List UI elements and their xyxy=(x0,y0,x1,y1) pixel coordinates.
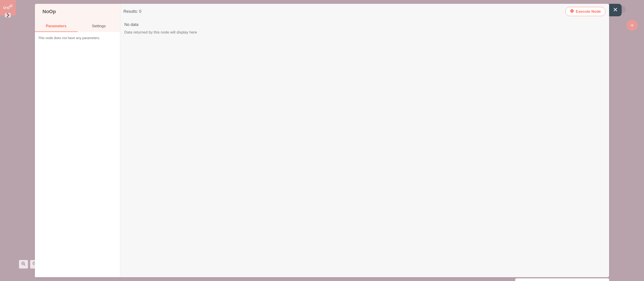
data-hint-text: Data returned by this node will display … xyxy=(124,30,605,35)
node-title: NoOp xyxy=(42,9,112,14)
results-count-label: Results: 0 xyxy=(124,9,141,14)
play-circle-icon xyxy=(570,9,574,14)
sitemap-icon xyxy=(5,23,10,29)
node-config-panel: NoOp Parameters Settings This node does … xyxy=(35,4,120,277)
sidebar-item-workflows[interactable] xyxy=(0,20,16,33)
svg-point-1 xyxy=(7,7,9,9)
sidebar-item-help[interactable]: ? xyxy=(0,60,16,73)
svg-line-15 xyxy=(9,38,10,39)
sidebar-item-executions[interactable] xyxy=(0,46,16,60)
zoom-in-icon xyxy=(21,261,26,267)
svg-rect-6 xyxy=(6,27,7,28)
close-button[interactable] xyxy=(609,4,622,16)
plus-icon: + xyxy=(630,22,634,29)
sidebar: ? xyxy=(0,0,16,281)
sidebar-expand-toggle[interactable] xyxy=(5,13,11,17)
add-node-button[interactable]: + xyxy=(626,20,638,31)
app-logo[interactable] xyxy=(0,0,16,16)
bottom-panel-peek xyxy=(515,278,609,281)
svg-line-4 xyxy=(9,6,10,7)
parameters-empty-text: This node does not have any parameters. xyxy=(38,36,100,40)
question-icon: ? xyxy=(5,64,10,69)
parameters-body: This node does not have any parameters. xyxy=(35,32,120,277)
svg-point-0 xyxy=(4,7,6,9)
tab-parameters[interactable]: Parameters xyxy=(35,21,78,32)
node-results-panel: Results: 0 Execute Node No data Data ret… xyxy=(120,4,609,277)
list-icon xyxy=(5,50,10,56)
svg-rect-7 xyxy=(9,27,10,28)
svg-rect-5 xyxy=(7,24,8,25)
config-tabs: Parameters Settings xyxy=(35,21,120,32)
key-icon xyxy=(5,37,10,43)
execute-node-button[interactable]: Execute Node xyxy=(565,7,606,16)
node-editor-dialog: NoOp Parameters Settings This node does … xyxy=(35,4,609,277)
tab-settings[interactable]: Settings xyxy=(78,21,120,32)
execute-node-label: Execute Node xyxy=(576,9,601,14)
svg-line-24 xyxy=(24,265,26,266)
svg-point-13 xyxy=(6,39,8,41)
zoom-in-button[interactable] xyxy=(19,260,28,269)
svg-point-2 xyxy=(10,5,12,7)
svg-text:?: ? xyxy=(7,64,9,68)
no-data-label: No data xyxy=(124,22,605,27)
sidebar-item-credentials[interactable] xyxy=(0,33,16,46)
close-icon xyxy=(613,7,618,13)
